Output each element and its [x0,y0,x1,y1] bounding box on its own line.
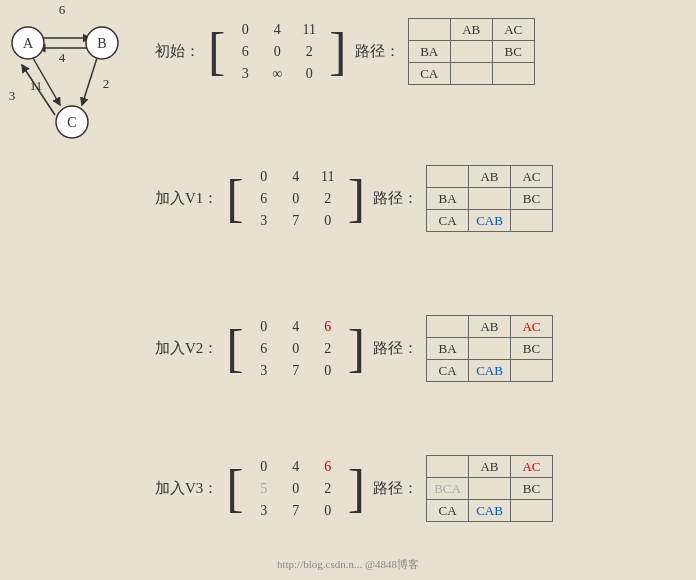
th-2: AC [511,166,553,188]
cell-1-2: 2 [324,341,331,357]
section-v3: 加入V3：[046502370]路径：ABACBCABCCACAB [155,455,553,522]
td-1-2 [511,500,553,522]
td-1-2 [511,210,553,232]
label-v1: 加入V1： [155,189,218,208]
cell-2-2: 0 [306,66,313,82]
matrix-container-v1: [0411602370] [226,166,365,232]
td-1-1: CAB [469,360,511,382]
label-initial: 初始： [155,42,200,61]
th-1: AB [469,456,511,478]
cell-2-2: 0 [324,503,331,519]
cell-0-1: 4 [292,319,299,335]
bracket-right: ] [329,26,346,78]
cell-2-1: 7 [292,213,299,229]
matrix-v1: 0411602370 [248,166,344,232]
section-initial: 初始：[04116023∞0]路径：ABACBABCCA [155,18,535,85]
cell-0-1: 4 [292,459,299,475]
edge-ca-label: 3 [9,88,16,103]
bracket-right: ] [348,323,365,375]
td-0-2: BC [492,41,534,63]
td-0-0: BCA [427,478,469,500]
svg-line-6 [82,58,97,105]
watermark: http://blog.csdn.n... @4848博客 [277,557,419,572]
bracket-right: ] [348,463,365,515]
node-a: A [23,36,34,51]
matrix-v3: 046502370 [248,456,344,522]
matrix-v2: 046602370 [248,316,344,382]
cell-0-1: 4 [292,169,299,185]
cell-2-0: 3 [242,66,249,82]
th-1: AB [469,166,511,188]
cell-1-1: 0 [274,44,281,60]
cell-1-0: 6 [260,341,267,357]
cell-0-0: 0 [260,459,267,475]
th-0 [427,166,469,188]
td-0-0: BA [408,41,450,63]
cell-0-2: 11 [303,22,316,38]
path-label-v1: 路径： [373,189,418,208]
path-label-initial: 路径： [355,42,400,61]
bracket-left: [ [226,173,243,225]
edge-bc-label: 2 [103,76,110,91]
matrix-container-initial: [04116023∞0] [208,19,347,85]
td-0-1 [469,188,511,210]
cell-1-0: 6 [260,191,267,207]
cell-1-2: 2 [306,44,313,60]
td-1-2 [511,360,553,382]
th-1: AB [469,316,511,338]
bracket-left: [ [208,26,225,78]
bracket-left: [ [226,323,243,375]
td-0-1 [450,41,492,63]
td-1-2 [492,63,534,85]
cell-2-2: 0 [324,213,331,229]
graph-area: 6 4 A B 11 3 2 C [0,0,155,180]
cell-1-1: 0 [292,191,299,207]
node-b: B [97,36,106,51]
edge-ab-label: 6 [59,2,66,17]
cell-1-1: 0 [292,341,299,357]
td-1-0: CA [427,360,469,382]
cell-0-0: 0 [260,319,267,335]
th-2: AC [511,316,553,338]
cell-2-1: 7 [292,363,299,379]
th-0 [427,316,469,338]
td-0-2: BC [511,338,553,360]
path-table-v1: ABACBABCCACAB [426,165,553,232]
th-1: AB [450,19,492,41]
cell-1-0: 5 [260,481,267,497]
cell-0-1: 4 [274,22,281,38]
cell-2-1: ∞ [272,66,282,82]
matrix-container-v2: [046602370] [226,316,365,382]
bracket-right: ] [348,173,365,225]
cell-1-2: 2 [324,191,331,207]
th-2: AC [511,456,553,478]
section-v1: 加入V1：[0411602370]路径：ABACBABCCACAB [155,165,553,232]
td-1-0: CA [427,500,469,522]
cell-2-0: 3 [260,363,267,379]
cell-2-0: 3 [260,503,267,519]
node-c: C [67,115,76,130]
section-v2: 加入V2：[046602370]路径：ABACBABCCACAB [155,315,553,382]
cell-0-2: 11 [321,169,334,185]
cell-0-2: 6 [324,459,331,475]
bracket-left: [ [226,463,243,515]
td-1-0: CA [408,63,450,85]
label-v3: 加入V3： [155,479,218,498]
th-0 [408,19,450,41]
td-1-1: CAB [469,500,511,522]
cell-1-2: 2 [324,481,331,497]
path-label-v2: 路径： [373,339,418,358]
td-0-1 [469,338,511,360]
svg-line-5 [22,65,55,115]
td-1-0: CA [427,210,469,232]
td-1-1: CAB [469,210,511,232]
cell-0-0: 0 [242,22,249,38]
th-2: AC [492,19,534,41]
path-table-v2: ABACBABCCACAB [426,315,553,382]
label-v2: 加入V2： [155,339,218,358]
td-1-1 [450,63,492,85]
cell-1-1: 0 [292,481,299,497]
td-0-0: BA [427,338,469,360]
th-0 [427,456,469,478]
td-0-2: BC [511,188,553,210]
